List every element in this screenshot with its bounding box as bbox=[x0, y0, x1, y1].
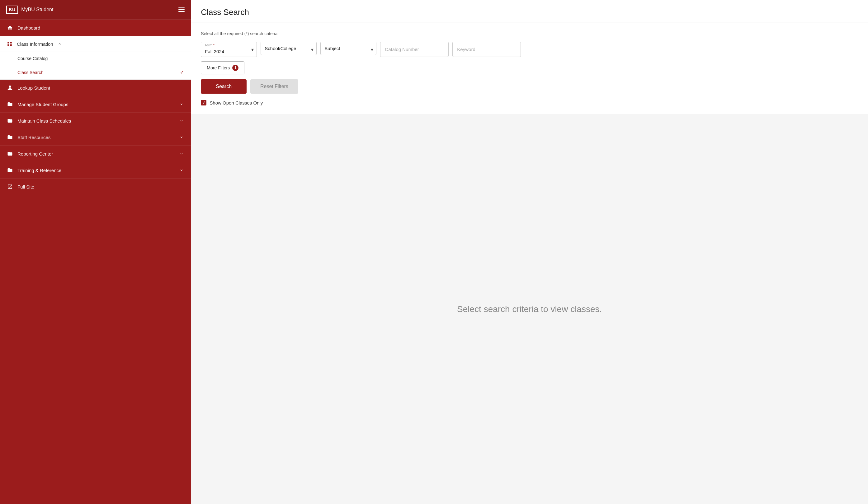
maintain-class-schedules-label: Maintain Class Schedules bbox=[18, 118, 175, 124]
page-title: Class Search bbox=[201, 8, 858, 17]
show-open-classes-row: Show Open Classes Only bbox=[201, 100, 858, 105]
person-icon bbox=[7, 85, 13, 91]
folder-icon-3 bbox=[7, 134, 13, 140]
active-check-icon: ✓ bbox=[180, 70, 184, 75]
school-college-filter-wrap: School/College ▾ bbox=[261, 42, 317, 57]
dashboard-label: Dashboard bbox=[18, 25, 184, 31]
empty-state: Select search criteria to view classes. bbox=[191, 114, 868, 504]
nav-section-class-information: Class Information Course Catalog Class S… bbox=[0, 36, 191, 80]
show-open-classes-checkbox[interactable] bbox=[201, 100, 206, 105]
school-college-select[interactable]: School/College bbox=[261, 42, 317, 55]
more-filters-button[interactable]: More Filters 1 bbox=[201, 61, 245, 74]
reset-filters-button[interactable]: Reset Filters bbox=[250, 79, 298, 94]
sidebar-item-reporting-center[interactable]: Reporting Center bbox=[0, 146, 191, 162]
subject-filter-wrap: Subject ▾ bbox=[320, 42, 376, 57]
show-open-classes-label: Show Open Classes Only bbox=[209, 100, 263, 105]
reporting-center-label: Reporting Center bbox=[18, 151, 175, 157]
page-header: Class Search bbox=[191, 0, 868, 22]
hamburger-menu-button[interactable] bbox=[178, 8, 185, 12]
sidebar-item-class-information[interactable]: Class Information bbox=[0, 36, 191, 52]
sidebar-item-lookup-student[interactable]: Lookup Student bbox=[0, 80, 191, 96]
chevron-down-icon-1 bbox=[179, 102, 184, 107]
chevron-down-icon-3 bbox=[179, 135, 184, 140]
chevron-down-icon-5 bbox=[179, 168, 184, 173]
filters-row: Term * Fall 2024 Spring 2025 Summer 2025… bbox=[201, 42, 858, 57]
chevron-down-icon-4 bbox=[179, 151, 184, 156]
more-filters-badge: 1 bbox=[232, 65, 238, 71]
sidebar-item-dashboard[interactable]: Dashboard bbox=[0, 20, 191, 36]
sidebar-item-course-catalog[interactable]: Course Catalog bbox=[0, 52, 191, 65]
sidebar-header: BU MyBU Student bbox=[0, 0, 191, 20]
sidebar-item-training-reference[interactable]: Training & Reference bbox=[0, 162, 191, 179]
training-reference-label: Training & Reference bbox=[18, 168, 175, 173]
manage-student-groups-label: Manage Student Groups bbox=[18, 102, 175, 107]
term-filter-wrap: Term * Fall 2024 Spring 2025 Summer 2025… bbox=[201, 42, 257, 57]
keyword-input[interactable] bbox=[452, 42, 521, 57]
more-filters-label: More Filters bbox=[207, 65, 230, 70]
bu-logo: BU bbox=[6, 6, 18, 14]
grid-icon bbox=[7, 41, 12, 47]
sidebar-item-staff-resources[interactable]: Staff Resources bbox=[0, 129, 191, 146]
subject-select[interactable]: Subject bbox=[320, 42, 376, 55]
search-hint: Select all the required (*) search crite… bbox=[201, 31, 858, 36]
full-site-label: Full Site bbox=[18, 184, 184, 189]
sidebar-item-manage-student-groups[interactable]: Manage Student Groups bbox=[0, 96, 191, 113]
sidebar-logo: BU MyBU Student bbox=[6, 6, 53, 14]
class-information-label: Class Information bbox=[17, 41, 53, 47]
sidebar: BU MyBU Student Dashboard Class Informat… bbox=[0, 0, 191, 504]
sidebar-item-full-site[interactable]: Full Site bbox=[0, 179, 191, 195]
folder-icon-1 bbox=[7, 101, 13, 107]
search-button[interactable]: Search bbox=[201, 79, 247, 94]
action-row: Search Reset Filters bbox=[201, 79, 858, 94]
home-icon bbox=[7, 24, 13, 31]
folder-icon-4 bbox=[7, 150, 13, 157]
external-link-icon bbox=[7, 183, 13, 190]
catalog-number-input[interactable] bbox=[380, 42, 448, 57]
chevron-down-icon-2 bbox=[179, 118, 184, 123]
sidebar-item-maintain-class-schedules[interactable]: Maintain Class Schedules bbox=[0, 113, 191, 129]
chevron-up-icon bbox=[58, 42, 62, 46]
empty-state-text: Select search criteria to view classes. bbox=[457, 304, 602, 314]
search-area: Select all the required (*) search crite… bbox=[191, 22, 868, 114]
folder-icon-2 bbox=[7, 118, 13, 124]
staff-resources-label: Staff Resources bbox=[18, 135, 175, 140]
sidebar-item-class-search[interactable]: Class Search ✓ bbox=[0, 65, 191, 80]
main-content: Class Search Select all the required (*)… bbox=[191, 0, 868, 504]
term-select[interactable]: Fall 2024 Spring 2025 Summer 2025 bbox=[201, 42, 257, 57]
app-title: MyBU Student bbox=[21, 7, 53, 12]
lookup-student-label: Lookup Student bbox=[18, 85, 184, 91]
folder-icon-5 bbox=[7, 167, 13, 173]
